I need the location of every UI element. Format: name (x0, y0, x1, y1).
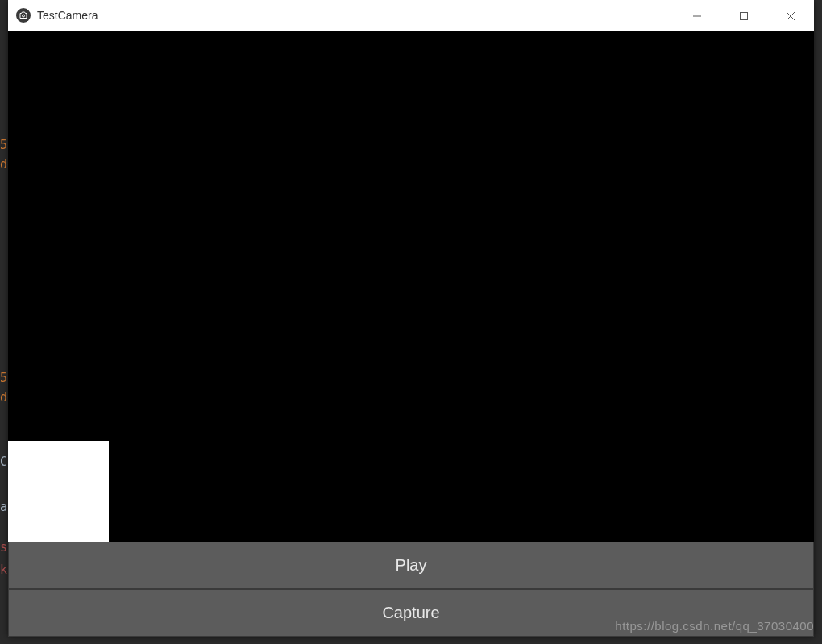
close-icon (786, 11, 795, 21)
minimize-icon (692, 11, 702, 21)
bg-code-fragment: s (0, 540, 7, 555)
button-bar: Play Capture (8, 542, 814, 637)
svg-rect-2 (741, 12, 748, 19)
maximize-button[interactable] (720, 0, 767, 31)
app-window: TestCamera Play Capture (8, 0, 814, 637)
window-controls (674, 0, 814, 31)
play-button[interactable]: Play (8, 542, 814, 589)
capture-thumbnail (8, 441, 109, 542)
capture-button[interactable]: Capture (8, 589, 814, 637)
window-title: TestCamera (37, 9, 98, 22)
camera-app-icon (16, 8, 31, 23)
svg-point-0 (23, 15, 25, 17)
minimize-button[interactable] (674, 0, 720, 31)
bg-code-fragment: a (0, 500, 7, 514)
camera-preview-area (8, 31, 814, 542)
title-bar[interactable]: TestCamera (8, 0, 814, 31)
maximize-icon (739, 11, 749, 21)
close-button[interactable] (767, 0, 814, 31)
